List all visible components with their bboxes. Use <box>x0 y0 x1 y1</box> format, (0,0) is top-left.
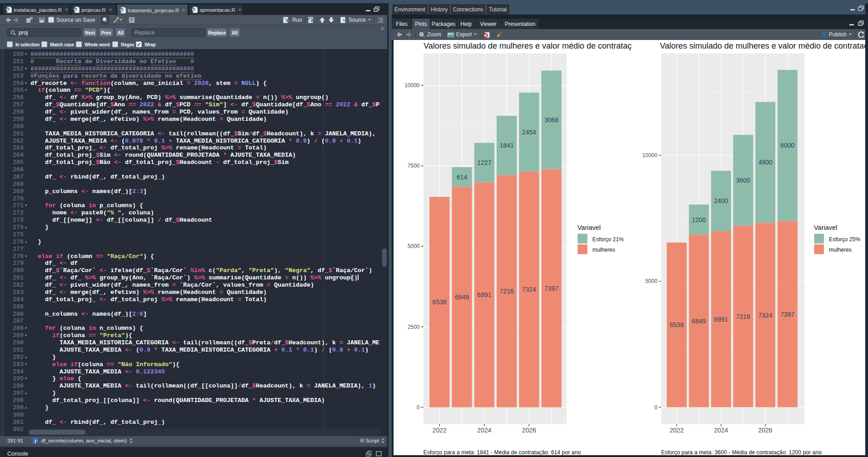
svg-text:mulheres: mulheres <box>593 247 615 253</box>
svg-text:7324: 7324 <box>522 286 536 293</box>
svg-text:1227: 1227 <box>477 159 491 166</box>
svg-text:2026: 2026 <box>758 427 773 434</box>
svg-text:1200: 1200 <box>692 216 706 224</box>
svg-text:R: R <box>74 8 76 11</box>
svg-text:3600: 3600 <box>736 177 750 184</box>
svg-text:2024: 2024 <box>477 427 491 434</box>
svg-text:mulheres: mulheres <box>829 247 852 253</box>
svg-text:7216: 7216 <box>736 313 750 320</box>
svg-text:2400: 2400 <box>714 197 728 204</box>
svg-text:7500: 7500 <box>408 163 420 169</box>
svg-text:6849: 6849 <box>692 318 706 325</box>
svg-text:Esforço para a meta: 3600 - Mé: Esforço para a meta: 3600 - Média de con… <box>661 449 822 455</box>
svg-text:6991: 6991 <box>477 291 491 298</box>
svg-text:7397: 7397 <box>780 311 794 318</box>
svg-text:Esforço 21%: Esforço 21% <box>593 236 624 243</box>
svg-text:2026: 2026 <box>522 427 536 434</box>
svg-text:5000: 5000 <box>645 278 658 284</box>
svg-text:R: R <box>192 8 195 11</box>
svg-text:Valores simulado de mulheres e: Valores simulado de mulheres e valor méd… <box>660 41 868 50</box>
svg-text:4800: 4800 <box>758 159 773 166</box>
svg-text:10000: 10000 <box>404 82 420 89</box>
svg-text:6991: 6991 <box>714 316 728 323</box>
svg-text:2022: 2022 <box>433 427 447 434</box>
svg-text:Esforço para a meta: 1841 - Mé: Esforço para a meta: 1841 - Média de con… <box>424 449 581 455</box>
svg-text:2022: 2022 <box>670 427 684 434</box>
svg-text:7216: 7216 <box>499 288 514 295</box>
svg-text:6538: 6538 <box>433 298 447 306</box>
svg-text:7324: 7324 <box>758 312 773 319</box>
svg-text:6000: 6000 <box>780 142 794 149</box>
svg-text:5000: 5000 <box>408 243 420 249</box>
svg-text:10000: 10000 <box>642 152 658 159</box>
svg-text:6538: 6538 <box>670 321 684 328</box>
svg-text:2500: 2500 <box>408 324 420 330</box>
svg-text:614: 614 <box>457 174 468 181</box>
svg-text:3068: 3068 <box>544 116 559 124</box>
svg-text:Esforço 25%: Esforço 25% <box>829 236 860 243</box>
svg-text:R: R <box>6 8 9 11</box>
svg-text:Valores simulado de mulheres e: Valores simulado de mulheres e valor méd… <box>424 41 632 50</box>
svg-text:R: R <box>120 9 123 12</box>
svg-text:6849: 6849 <box>455 293 469 301</box>
svg-text:2024: 2024 <box>714 427 728 434</box>
svg-text:1841: 1841 <box>499 142 514 149</box>
svg-text:0: 0 <box>654 404 658 411</box>
svg-text:Variavel: Variavel <box>578 224 601 231</box>
svg-text:2454: 2454 <box>522 129 536 136</box>
svg-text:0: 0 <box>417 404 420 411</box>
svg-text:7397: 7397 <box>544 285 559 292</box>
svg-text:Variavel: Variavel <box>814 224 837 231</box>
